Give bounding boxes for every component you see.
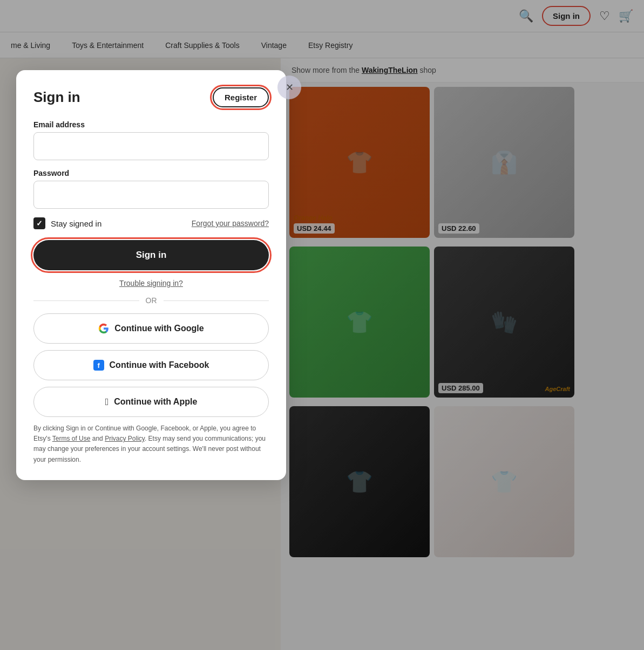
stay-signed-label: Stay signed in — [51, 219, 101, 228]
privacy-link[interactable]: Privacy Policy — [105, 435, 145, 442]
apple-icon:  — [105, 396, 109, 408]
trouble-signing-link[interactable]: Trouble signing in? — [33, 279, 269, 288]
signin-modal: Sign in Register ✕ Email address Passwor… — [16, 70, 286, 480]
terms-link[interactable]: Terms of Use — [52, 435, 91, 442]
google-signin-button[interactable]: Continue with Google — [33, 313, 269, 344]
or-text: OR — [146, 296, 157, 305]
password-input[interactable] — [33, 181, 269, 209]
close-button[interactable]: ✕ — [277, 76, 301, 99]
apple-signin-button[interactable]:  Continue with Apple — [33, 387, 269, 417]
signin-button[interactable]: Sign in — [33, 240, 269, 270]
divider-line-left — [33, 300, 139, 301]
modal-title: Sign in — [33, 89, 80, 106]
or-divider: OR — [33, 296, 269, 305]
stay-signed-row: ✓ Stay signed in — [33, 217, 101, 229]
facebook-icon: f — [93, 360, 104, 371]
google-icon — [98, 323, 109, 334]
apple-btn-label: Continue with Apple — [114, 397, 197, 407]
close-icon: ✕ — [286, 81, 294, 93]
email-label: Email address — [33, 120, 269, 129]
stay-signed-checkbox[interactable]: ✓ — [33, 217, 45, 229]
form-options-row: ✓ Stay signed in Forgot your password? — [33, 217, 269, 229]
register-button[interactable]: Register — [213, 87, 269, 107]
password-label: Password — [33, 169, 269, 177]
email-input[interactable] — [33, 132, 269, 160]
modal-header: Sign in Register ✕ — [33, 87, 269, 107]
checkmark-icon: ✓ — [36, 219, 43, 228]
google-btn-label: Continue with Google — [114, 324, 204, 333]
divider-line-right — [164, 300, 269, 301]
legal-text: By clicking Sign in or Continue with Goo… — [33, 423, 269, 465]
forgot-password-link[interactable]: Forgot your password? — [192, 219, 269, 228]
facebook-signin-button[interactable]: f Continue with Facebook — [33, 350, 269, 380]
facebook-btn-label: Continue with Facebook — [110, 360, 209, 370]
